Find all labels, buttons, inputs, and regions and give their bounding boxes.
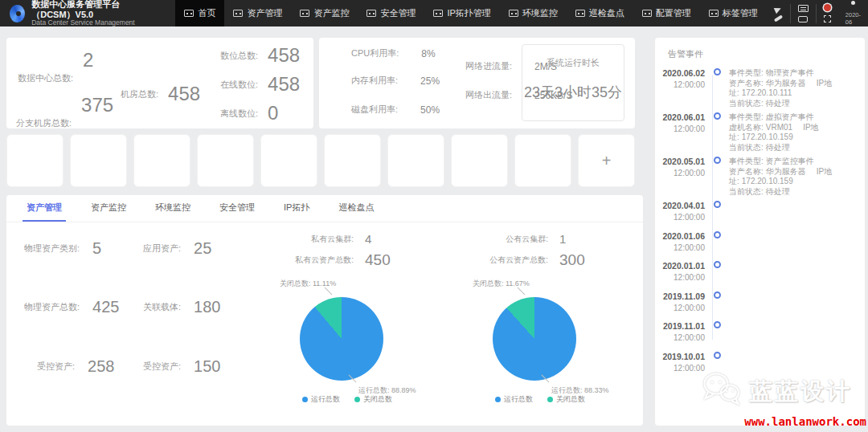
top-toolbar: 2020-06 <box>767 0 868 26</box>
event-date: 2020.06.02 <box>660 68 705 78</box>
stat-value: 458 <box>268 73 300 96</box>
public-cloud-pie-chart[interactable] <box>493 297 576 381</box>
shortcut-slot <box>70 134 127 187</box>
tab-env-monitor[interactable]: 环境监控 <box>151 195 194 222</box>
stat-label: 公有云资产总数: <box>471 255 548 266</box>
legend-item-run[interactable]: 运行总数 <box>495 394 533 405</box>
event-field-label: 当前状态: <box>729 99 764 108</box>
timeline-dot-icon <box>714 231 721 238</box>
stat-controlled-assets-2: 受控资产: 150 <box>143 357 220 376</box>
add-shortcut-button[interactable]: + <box>578 134 635 187</box>
event-date: 2019.11.01 <box>660 321 705 331</box>
uptime-box: 系统运行时长 23天3小时35分 <box>522 44 624 121</box>
monitor-icon <box>184 10 194 17</box>
timeline-dot-icon <box>714 291 721 299</box>
nav-item-config[interactable]: 配置管理 <box>633 0 700 26</box>
stat-label: 物理资产总数: <box>24 301 80 313</box>
stat-label: 内存利用率: <box>351 75 398 87</box>
alarm-event[interactable]: 2020.06.0112:00:00 事件类型:虚拟资产事件 虚机名称:VRM0… <box>660 112 865 157</box>
stat-cpu-util: CPU利用率: 8% <box>351 47 436 59</box>
event-field-label: 虚机名称: <box>729 123 764 132</box>
legend-label: 关闭总数 <box>363 394 392 405</box>
nav-item-tags[interactable]: 标签管理 <box>700 0 767 26</box>
shortcut-slot <box>6 134 63 187</box>
legend-item-closed[interactable]: 关闭总数 <box>547 394 585 405</box>
pie-annotation-closed: 关闭总数: 11.11% <box>280 279 336 289</box>
shortcut-row: + <box>6 134 635 187</box>
nav-item-inspection[interactable]: 巡检盘点 <box>567 0 633 26</box>
nav-label: 安全管理 <box>380 7 416 19</box>
nav-label: 首页 <box>198 7 215 19</box>
stat-value: 50% <box>420 104 440 116</box>
alarm-event[interactable]: 2020.05.0112:00:00 事件类型:资产监控事件 资产名称:华为服务… <box>660 157 865 201</box>
share-icon[interactable] <box>774 6 783 14</box>
stat-mem-util: 内存利用率: 25% <box>351 75 440 87</box>
event-field-label: 当前状态: <box>729 187 764 196</box>
legend-label: 运行总数 <box>504 394 533 405</box>
nav-label: 资产监控 <box>313 7 349 19</box>
stat-physical-asset-category: 物理资产类别: 5 <box>24 239 101 258</box>
monitor-icon <box>509 10 518 17</box>
event-field-value: 172.20.10.159 <box>742 132 793 141</box>
stat-label: CPU利用率: <box>351 47 399 59</box>
nav-label: IP拓扑管理 <box>447 7 490 19</box>
nav-item-home[interactable]: 首页 <box>175 0 224 26</box>
shortcut-slot <box>387 134 444 187</box>
tab-asset-monitor[interactable]: 资产监控 <box>87 195 130 222</box>
alarm-event[interactable]: 2019.11.0112:00:00 <box>660 321 865 352</box>
event-date: 2020.05.01 <box>660 157 705 166</box>
app-subtitle: Data Center Service Management <box>31 19 162 27</box>
event-field-value: 待处理 <box>766 187 790 196</box>
alarm-event[interactable]: 2020.06.0212:00:00 事件类型:物理资产事件 资产名称:华为服务… <box>660 68 865 112</box>
wechat-icon <box>701 371 743 410</box>
stat-value: 375 <box>81 94 113 116</box>
event-field-label: 事件类型: <box>729 68 764 77</box>
alarm-event[interactable]: 2019.11.0912:00:00 <box>660 291 865 322</box>
screen-icon[interactable] <box>798 5 809 12</box>
nav-item-asset-mgmt[interactable]: 资产管理 <box>224 0 291 26</box>
legend-item-closed[interactable]: 关闭总数 <box>354 394 392 405</box>
event-date: 2020.04.01 <box>660 201 705 210</box>
event-field-value: 待处理 <box>766 143 790 152</box>
stat-branch-room-total: 分支机房总数: 375 <box>16 107 113 129</box>
stat-controlled-assets-1: 受控资产: 258 <box>37 357 114 376</box>
monitor-icon <box>575 10 585 17</box>
tab-asset-mgmt[interactable]: 资产管理 <box>23 195 66 222</box>
tab-ip-topology[interactable]: IP拓扑 <box>280 195 313 222</box>
nav-item-env-monitor[interactable]: 环境监控 <box>500 0 567 26</box>
nav-item-asset-monitor[interactable]: 资产监控 <box>291 0 358 26</box>
nav-item-ip-topology[interactable]: IP拓扑管理 <box>424 0 499 26</box>
stat-label: 关联载体: <box>143 301 181 313</box>
private-cloud-pie-chart[interactable] <box>300 297 383 381</box>
nav-item-security[interactable]: 安全管理 <box>358 0 424 26</box>
tablet-icon[interactable] <box>798 16 808 22</box>
stat-label: 离线数位: <box>220 108 258 120</box>
event-field-value: 172.20.10.159 <box>742 177 793 185</box>
alarm-event[interactable]: 2020.01.0112:00:00 <box>660 261 865 291</box>
stat-room-total: 机房总数: 458 <box>121 83 200 105</box>
legend-item-run[interactable]: 运行总数 <box>302 394 340 405</box>
monitor-icon <box>433 10 443 17</box>
stat-label: 数位总数: <box>220 50 258 62</box>
tab-security[interactable]: 安全管理 <box>215 195 259 222</box>
stat-disk-util: 磁盘利用率: 50% <box>351 104 440 116</box>
phone-icon[interactable] <box>774 14 783 22</box>
stat-app-assets: 应用资产: 25 <box>143 239 211 258</box>
record-icon[interactable] <box>824 4 831 11</box>
event-date: 2020.06.01 <box>660 112 705 122</box>
event-time: 12:00:00 <box>660 124 705 133</box>
event-date: 2019.11.09 <box>660 291 705 301</box>
event-field-label: 资产名称: <box>729 167 764 176</box>
fullscreen-icon[interactable] <box>824 15 831 22</box>
top-bar: 数据中心服务管理平台（DCSM）V5.0 Data Center Service… <box>0 0 868 26</box>
nav-label: 环境监控 <box>522 7 558 19</box>
stat-value: 25% <box>420 75 440 87</box>
tab-inspection[interactable]: 巡检盘点 <box>334 195 378 222</box>
alarm-event[interactable]: 2020.01.0612:00:00 <box>660 231 865 262</box>
event-field-value: 物理资产事件 <box>766 68 814 77</box>
legend-label: 运行总数 <box>311 394 340 405</box>
timeline-dot-icon <box>714 157 721 164</box>
event-field-value: 华为服务器 <box>766 79 806 88</box>
alarm-event[interactable]: 2020.04.0112:00:00 <box>660 201 865 231</box>
pie-legend: 运行总数 关闭总数 <box>495 394 585 405</box>
